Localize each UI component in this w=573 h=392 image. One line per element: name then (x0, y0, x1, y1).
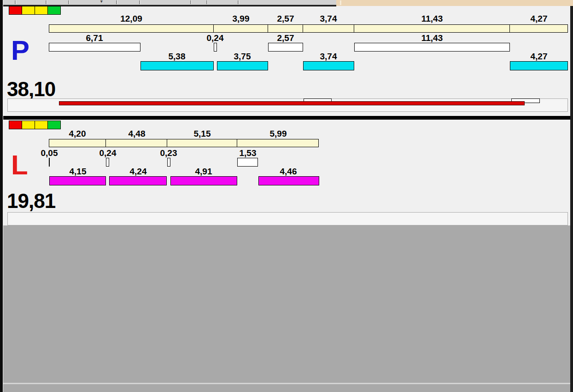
leg-segment-bar (213, 24, 268, 33)
exchange-bar (167, 158, 170, 167)
exchange-bar (49, 158, 50, 167)
bar-value-label: 2,57 (277, 34, 294, 42)
bar-value-label: 3,99 (233, 14, 250, 23)
panel-divider (3, 116, 570, 120)
bar-value-label: 2,57 (277, 14, 294, 23)
leg-segment-bar (354, 24, 510, 33)
panel-p-total-time: 38,10 (7, 81, 55, 98)
panel-p-progress-strip (7, 98, 568, 112)
status-square (22, 6, 35, 15)
leg-segment-bar (105, 139, 167, 147)
run-bar (170, 176, 237, 185)
status-square (9, 6, 22, 15)
bottom-band-bevel (3, 383, 570, 384)
panel-p: P 38,10 12,093,992,573,7411,434,276,710,… (0, 0, 573, 116)
bar-value-label: 5,15 (194, 129, 211, 138)
leg-segment-bar (509, 24, 568, 33)
bar-value-label: 5,38 (169, 52, 186, 61)
status-square (47, 6, 61, 15)
run-bar (109, 176, 167, 185)
run-bar (217, 61, 268, 70)
bar-value-label: 3,75 (234, 52, 251, 61)
panel-l-letter: L (11, 153, 28, 177)
status-square (35, 6, 48, 15)
status-square (22, 121, 35, 129)
bar-value-label: 1,53 (240, 149, 257, 157)
run-bar (303, 61, 354, 70)
panel-l-progress-strip (7, 212, 568, 225)
run-bar (49, 176, 106, 185)
exchange-bar (268, 43, 303, 52)
bar-value-label: 4,27 (531, 14, 548, 23)
leg-segment-bar (49, 24, 214, 33)
leg-segment-bar (49, 139, 106, 147)
exchange-bar (214, 43, 217, 52)
bar-value-label: 4,15 (70, 167, 87, 176)
status-square (9, 121, 22, 129)
run-bar (510, 61, 568, 70)
run-bar (258, 176, 319, 185)
bar-value-label: 0,24 (99, 149, 117, 157)
panel-p-letter: P (11, 39, 29, 63)
panel-l: L 19,81 4,204,485,155,990,050,240,231,53… (0, 120, 573, 225)
exchange-bar (106, 158, 109, 167)
bar-value-label: 4,20 (69, 129, 86, 138)
bar-value-label: 0,24 (207, 34, 224, 42)
leg-segment-bar (268, 24, 303, 33)
bar-value-label: 0,05 (41, 149, 58, 157)
bar-value-label: 4,46 (280, 167, 297, 176)
bar-value-label: 4,24 (130, 167, 147, 176)
bar-value-label: 4,48 (129, 129, 146, 138)
bar-value-label: 3,74 (320, 14, 337, 23)
bar-value-label: 0,23 (160, 149, 177, 157)
exchange-bar (49, 43, 140, 52)
leg-segment-bar (167, 139, 237, 147)
bar-value-label: 12,09 (120, 14, 142, 23)
run-bar (140, 61, 214, 70)
status-square (47, 121, 61, 129)
bar-value-label: 5,99 (270, 129, 287, 138)
bar-value-label: 11,43 (421, 34, 443, 42)
leg-segment-bar (237, 139, 319, 147)
exchange-bar (237, 158, 258, 167)
panel-l-total-time: 19,81 (7, 193, 55, 209)
leg-segment-bar (303, 24, 354, 33)
bar-value-label: 4,91 (195, 167, 212, 176)
bar-value-label: 3,74 (320, 52, 337, 61)
bar-value-label: 11,43 (421, 14, 443, 23)
bar-value-label: 4,27 (531, 52, 548, 61)
timing-app-window: ▾ P 38,10 12,093,992,573,7411,434,276,71… (0, 0, 573, 392)
bar-value-label: 6,71 (86, 34, 103, 42)
progress-red-bar (59, 101, 525, 105)
status-square (35, 121, 48, 129)
scoreboard-section: FÉNIX Jokers Big Blind 08.06.2024 13:48:… (3, 225, 570, 392)
exchange-bar (354, 43, 510, 52)
